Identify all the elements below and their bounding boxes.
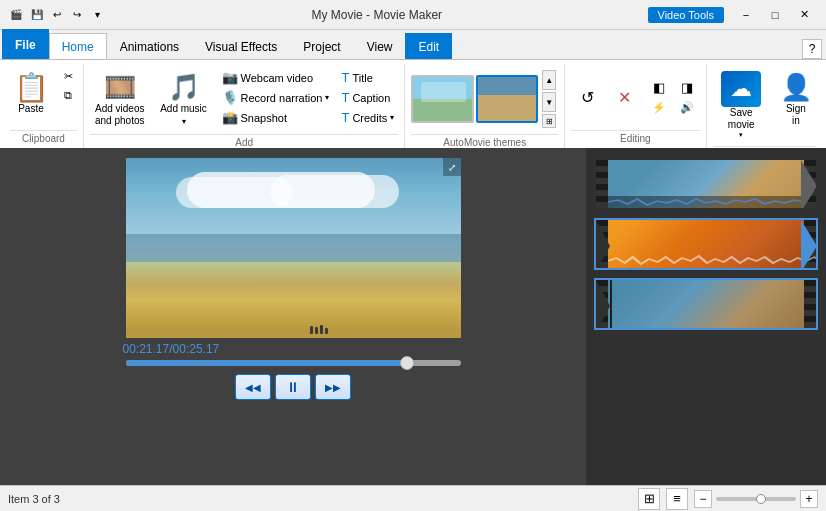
webcam-video-btn[interactable]: 📷 Webcam video	[218, 68, 334, 87]
help-btn[interactable]: ?	[802, 39, 822, 59]
rotate-right-btn[interactable]: ✕	[608, 79, 641, 115]
speed-btn[interactable]: ⚡	[646, 98, 672, 116]
tab-edit[interactable]: Edit	[405, 33, 452, 59]
expand-video-btn[interactable]: ⤢	[443, 158, 461, 176]
storyboard-item-2[interactable]	[594, 218, 818, 270]
progress-bar-area	[126, 360, 461, 366]
automovie-content: ▲ ▼ ⊞	[411, 64, 558, 134]
maximize-btn[interactable]: □	[761, 4, 789, 26]
video-preview[interactable]: ⤢	[126, 158, 461, 338]
tab-project[interactable]: Project	[290, 33, 353, 59]
editing-label: Editing	[571, 130, 699, 148]
split-btn[interactable]: ◨	[674, 78, 700, 96]
zoom-slider[interactable]	[716, 497, 796, 501]
timeline-area	[586, 148, 826, 485]
share-content: ☁ Save movie ▾ 👤 Sign in	[713, 64, 816, 146]
app-icon: 🎬	[8, 7, 24, 23]
automovie-group: ▲ ▼ ⊞ AutoMovie themes	[405, 64, 565, 148]
add-videos-btn[interactable]: 🎞️ Add videosand photos	[90, 68, 150, 130]
zoom-thumb[interactable]	[756, 494, 766, 504]
add-music-btn[interactable]: 🎵 Add music ▾	[154, 68, 214, 130]
cut-btn[interactable]: ✂	[60, 68, 77, 85]
tab-visual-effects[interactable]: Visual Effects	[192, 33, 290, 59]
add-music-label: Add music ▾	[159, 103, 209, 127]
playhead	[610, 280, 612, 328]
forward-btn[interactable]: ▶▶	[315, 374, 351, 400]
timeline-view-btn[interactable]: ≡	[666, 488, 688, 510]
video-area: ⤢ 00:21.17/00:25.17 ◀◀ ⏸ ▶▶	[0, 148, 586, 485]
title-bar-left: 🎬 💾 ↩ ↪ ▾	[8, 6, 106, 24]
clipboard-group: 📋 Paste ✂ ⧉ Clipboard	[4, 64, 84, 148]
storyboard-view-btn[interactable]: ⊞	[638, 488, 660, 510]
editing-group: ↺ ✕ ◧ ◨ ⚡ 🔊 Editing	[565, 64, 706, 148]
caption-label: Caption	[352, 92, 390, 104]
tab-file[interactable]: File	[2, 29, 49, 59]
playback-controls: ◀◀ ⏸ ▶▶	[235, 374, 351, 400]
video-container: ⤢	[126, 158, 461, 338]
tab-animations[interactable]: Animations	[107, 33, 192, 59]
rotate-left-btn[interactable]: ↺	[571, 79, 604, 115]
title-btn[interactable]: T Title	[337, 68, 398, 87]
sign-in-btn[interactable]: 👤 Sign in	[776, 68, 816, 130]
save-dropdown: ▾	[739, 131, 743, 139]
storyboard-item-3[interactable]	[594, 278, 818, 330]
paste-label: Paste	[18, 103, 44, 115]
rewind-btn[interactable]: ◀◀	[235, 374, 271, 400]
credits-btn[interactable]: T Credits ▾	[337, 108, 398, 127]
redo-btn[interactable]: ↪	[68, 6, 86, 24]
save-movie-btn[interactable]: ☁ Save movie ▾	[713, 68, 770, 142]
webcam-label: Webcam video	[241, 72, 314, 84]
zoom-controls: − +	[694, 490, 818, 508]
caption-btn[interactable]: T Caption	[337, 88, 398, 107]
zoom-in-btn[interactable]: +	[800, 490, 818, 508]
theme-scroll-all[interactable]: ⊞	[542, 114, 556, 128]
storyboard-item-1[interactable]	[594, 158, 818, 210]
cut-icon: ✂	[64, 70, 73, 83]
clipboard-group-content: 📋 Paste ✂ ⧉	[10, 64, 77, 130]
theme-thumb-1[interactable]	[411, 75, 474, 123]
theme-thumb-2[interactable]	[476, 75, 539, 123]
credits-icon: T	[341, 110, 349, 125]
progress-fill	[126, 360, 407, 366]
clipboard-label: Clipboard	[10, 130, 77, 148]
add-group: 🎞️ Add videosand photos 🎵 Add music ▾ 📷 …	[84, 64, 405, 148]
item-count: Item 3 of 3	[8, 493, 60, 505]
ribbon-tabs: File Home Animations Visual Effects Proj…	[0, 30, 826, 60]
editing-content: ↺ ✕ ◧ ◨ ⚡ 🔊	[571, 64, 699, 130]
window-controls: − □ ✕	[732, 4, 818, 26]
progress-thumb[interactable]	[400, 356, 414, 370]
snapshot-btn[interactable]: 📸 Snapshot	[218, 108, 334, 127]
add-videos-icon: 🎞️	[104, 71, 136, 103]
title-bar: 🎬 💾 ↩ ↪ ▾ My Movie - Movie Maker Video T…	[0, 0, 826, 30]
copy-btn[interactable]: ⧉	[60, 87, 77, 104]
tab-home[interactable]: Home	[49, 33, 107, 59]
undo-btn[interactable]: ↩	[48, 6, 66, 24]
sign-in-label: Sign in	[781, 103, 811, 127]
trim-btns: ◧ ◨ ⚡ 🔊	[646, 78, 700, 116]
paste-btn[interactable]: 📋 Paste	[10, 68, 52, 118]
tab-view[interactable]: View	[354, 33, 406, 59]
ribbon-content: 📋 Paste ✂ ⧉ Clipboard 🎞️ Add videosand p…	[0, 60, 826, 148]
theme-scroll-down[interactable]: ▼	[542, 92, 556, 112]
zoom-out-btn[interactable]: −	[694, 490, 712, 508]
snapshot-label: Snapshot	[241, 112, 287, 124]
theme-scroll: ▲ ▼ ⊞	[540, 68, 558, 130]
person-icon: 👤	[780, 71, 812, 103]
add-videos-label: Add videosand photos	[95, 103, 145, 127]
music-icon: 🎵	[168, 71, 200, 103]
close-btn[interactable]: ✕	[790, 4, 818, 26]
theme-scroll-up[interactable]: ▲	[542, 70, 556, 90]
trim-btn[interactable]: ◧	[646, 78, 672, 96]
paste-icon: 📋	[15, 71, 47, 103]
minimize-btn[interactable]: −	[732, 4, 760, 26]
record-narration-btn[interactable]: 🎙️ Record narration ▾	[218, 88, 334, 107]
pause-btn[interactable]: ⏸	[275, 374, 311, 400]
video-tools-badge: Video Tools	[648, 7, 724, 23]
vol-btn[interactable]: 🔊	[674, 98, 700, 116]
status-right: ⊞ ≡ − +	[638, 488, 818, 510]
main-content: ⤢ 00:21.17/00:25.17 ◀◀ ⏸ ▶▶	[0, 148, 826, 485]
record-dropdown-icon: ▾	[325, 93, 329, 102]
dropdown-arrow-qa[interactable]: ▾	[88, 6, 106, 24]
save-quick-btn[interactable]: 💾	[28, 6, 46, 24]
progress-track[interactable]	[126, 360, 461, 366]
